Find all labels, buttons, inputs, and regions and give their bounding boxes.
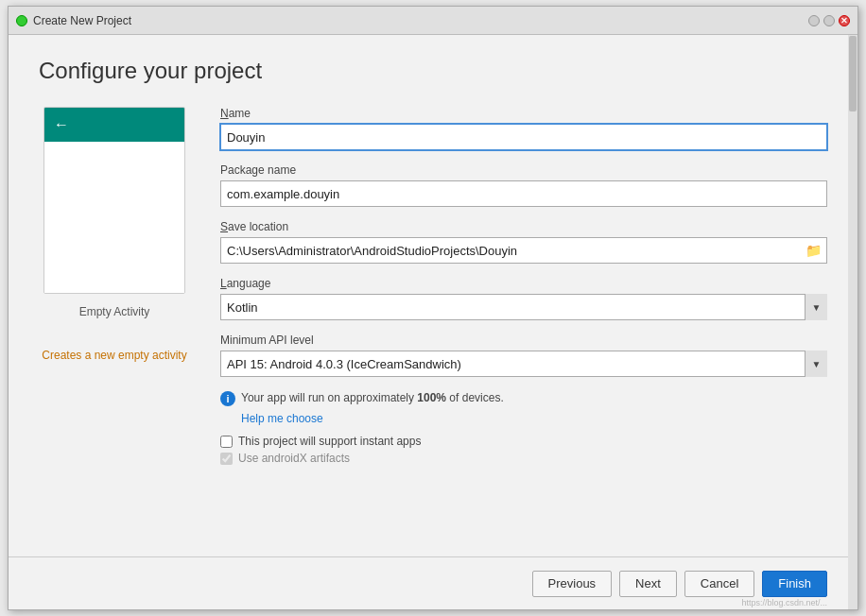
next-button[interactable]: Next: [619, 571, 677, 597]
scrollbar-track: [848, 35, 857, 609]
maximize-button[interactable]: [823, 15, 835, 26]
name-label: Name: [220, 107, 827, 120]
page-title: Configure your project: [39, 58, 827, 84]
cancel-button[interactable]: Cancel: [684, 571, 754, 597]
artifacts-row: Use androidX artifacts: [220, 452, 827, 465]
folder-icon[interactable]: 📁: [805, 243, 822, 258]
scrollbar-thumb[interactable]: [849, 36, 857, 111]
artifacts-label: Use androidX artifacts: [238, 452, 350, 465]
min-api-select[interactable]: API 15: Android 4.0.3 (IceCreamSandwich)…: [220, 351, 827, 377]
instant-apps-row: This project will support instant apps: [220, 435, 827, 448]
right-panel: Name Package name Save location: [220, 107, 827, 556]
footer: Previous Next Cancel Finish: [9, 556, 857, 609]
language-label: Language: [220, 277, 827, 290]
instant-apps-checkbox[interactable]: [220, 436, 233, 448]
language-group: Language Kotlin Java ▼: [220, 277, 827, 320]
artifacts-checkbox[interactable]: [220, 453, 233, 465]
preview-body: [44, 142, 184, 293]
content-area: Configure your project ← Empty Activity …: [9, 35, 857, 556]
main-area: ← Empty Activity Creates a new empty act…: [39, 107, 827, 556]
previous-button[interactable]: Previous: [532, 571, 613, 597]
name-input[interactable]: [220, 124, 827, 150]
window: Create New Project ✕ Configure your proj…: [8, 6, 858, 610]
title-bar-controls: ✕: [808, 15, 850, 26]
package-name-label: Package name: [220, 163, 827, 177]
save-location-input[interactable]: [220, 237, 827, 264]
window-icon: [16, 15, 27, 26]
close-button[interactable]: ✕: [839, 15, 850, 26]
title-bar: Create New Project ✕: [9, 7, 857, 35]
min-api-label: Minimum API level: [220, 334, 827, 347]
min-api-select-wrapper: API 15: Android 4.0.3 (IceCreamSandwich)…: [220, 351, 827, 377]
instant-apps-label: This project will support instant apps: [238, 435, 421, 448]
finish-button[interactable]: Finish: [762, 571, 827, 597]
window-title: Create New Project: [33, 14, 803, 27]
save-location-group: Save location 📁: [220, 220, 827, 264]
language-select-wrapper: Kotlin Java ▼: [220, 294, 827, 320]
save-location-input-wrapper: 📁: [220, 237, 827, 264]
language-select[interactable]: Kotlin Java: [220, 294, 827, 320]
help-link[interactable]: Help me choose: [241, 412, 827, 425]
info-text: Your app will run on approximately 100% …: [241, 390, 504, 406]
activity-label: Empty Activity: [79, 305, 150, 318]
preview-card: ←: [43, 107, 185, 294]
back-arrow-icon: ←: [54, 116, 69, 133]
minimize-button[interactable]: [808, 15, 820, 26]
info-icon: i: [220, 391, 235, 406]
name-group: Name: [220, 107, 827, 150]
package-name-input[interactable]: [220, 180, 827, 207]
preview-header: ←: [44, 108, 184, 142]
creates-label: Creates a new empty activity: [42, 349, 186, 362]
min-api-group: Minimum API level API 15: Android 4.0.3 …: [220, 334, 827, 377]
info-row: i Your app will run on approximately 100…: [220, 390, 827, 406]
package-name-group: Package name: [220, 163, 827, 207]
left-panel: ← Empty Activity Creates a new empty act…: [39, 107, 190, 556]
save-location-label: Save location: [220, 220, 827, 233]
watermark: https://blog.csdn.net/...: [741, 598, 827, 607]
